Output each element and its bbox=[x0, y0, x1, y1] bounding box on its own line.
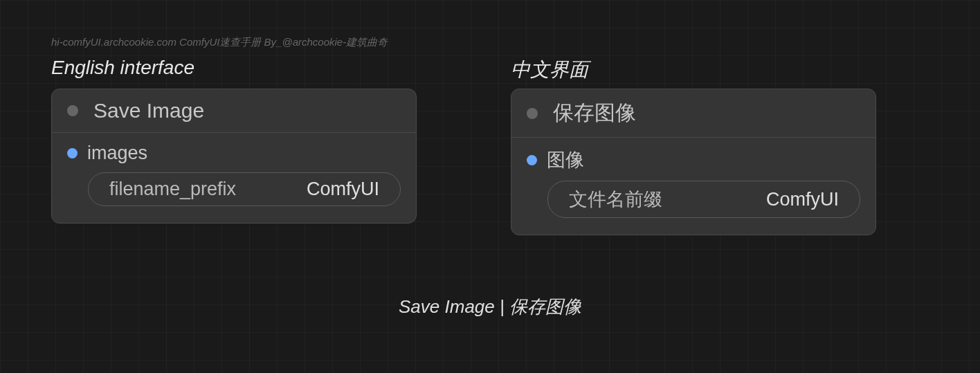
param-label: filename_prefix bbox=[109, 179, 236, 200]
param-value[interactable]: ComfyUI bbox=[307, 179, 379, 200]
node-status-dot-icon bbox=[527, 108, 538, 119]
node-status-dot-icon bbox=[67, 105, 78, 116]
node-save-image-en[interactable]: Save Image images filename_prefix ComfyU… bbox=[51, 89, 417, 224]
param-label: 文件名前缀 bbox=[569, 187, 662, 212]
watermark-text: hi-comfyUI.archcookie.com ComfyUI速查手册 By… bbox=[51, 36, 388, 49]
param-filename-prefix[interactable]: 文件名前缀 ComfyUI bbox=[547, 181, 860, 218]
input-label: 图像 bbox=[547, 147, 584, 172]
param-value[interactable]: ComfyUI bbox=[766, 189, 839, 210]
node-save-image-zh[interactable]: 保存图像 图像 文件名前缀 ComfyUI bbox=[511, 89, 876, 235]
node-title: 保存图像 bbox=[553, 99, 636, 127]
node-input-row[interactable]: 图像 bbox=[527, 147, 860, 172]
node-input-row[interactable]: images bbox=[67, 143, 401, 164]
input-socket-icon[interactable] bbox=[67, 148, 78, 158]
node-body: 图像 文件名前缀 ComfyUI bbox=[511, 138, 875, 235]
node-title: Save Image bbox=[93, 99, 204, 122]
section-label-chinese: 中文界面 bbox=[511, 57, 588, 83]
param-filename-prefix[interactable]: filename_prefix ComfyUI bbox=[88, 172, 401, 206]
node-header[interactable]: Save Image bbox=[52, 89, 416, 133]
section-label-english: English interface bbox=[51, 57, 194, 79]
input-socket-icon[interactable] bbox=[527, 155, 537, 165]
node-header[interactable]: 保存图像 bbox=[511, 89, 875, 138]
caption-text: Save Image | 保存图像 bbox=[0, 295, 980, 319]
node-body: images filename_prefix ComfyUI bbox=[52, 133, 416, 223]
input-label: images bbox=[87, 143, 147, 164]
